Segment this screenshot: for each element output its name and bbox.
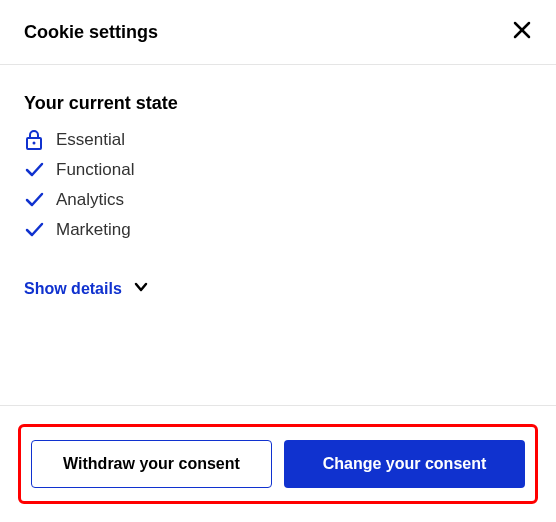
- section-title: Your current state: [24, 93, 532, 114]
- withdraw-consent-button[interactable]: Withdraw your consent: [31, 440, 272, 488]
- category-functional: Functional: [24, 160, 532, 180]
- modal-title: Cookie settings: [24, 22, 158, 43]
- footer-highlight: Withdraw your consent Change your consen…: [18, 424, 538, 504]
- category-marketing: Marketing: [24, 220, 532, 240]
- chevron-down-icon: [134, 280, 148, 298]
- category-list: Essential Functional Analytics: [24, 130, 532, 240]
- change-consent-button[interactable]: Change your consent: [284, 440, 525, 488]
- show-details-label: Show details: [24, 280, 122, 298]
- close-button[interactable]: [508, 18, 536, 46]
- category-label: Essential: [56, 130, 125, 150]
- svg-point-3: [33, 142, 36, 145]
- category-label: Functional: [56, 160, 134, 180]
- category-analytics: Analytics: [24, 190, 532, 210]
- check-icon: [24, 220, 44, 240]
- close-icon: [512, 20, 532, 44]
- modal-content: Your current state Essential: [0, 65, 556, 405]
- cookie-settings-modal: Cookie settings Your current state: [0, 0, 556, 522]
- category-essential: Essential: [24, 130, 532, 150]
- modal-footer: Withdraw your consent Change your consen…: [0, 405, 556, 522]
- modal-header: Cookie settings: [0, 0, 556, 65]
- lock-icon: [24, 130, 44, 150]
- category-label: Marketing: [56, 220, 131, 240]
- category-label: Analytics: [56, 190, 124, 210]
- check-icon: [24, 160, 44, 180]
- check-icon: [24, 190, 44, 210]
- show-details-toggle[interactable]: Show details: [24, 280, 532, 298]
